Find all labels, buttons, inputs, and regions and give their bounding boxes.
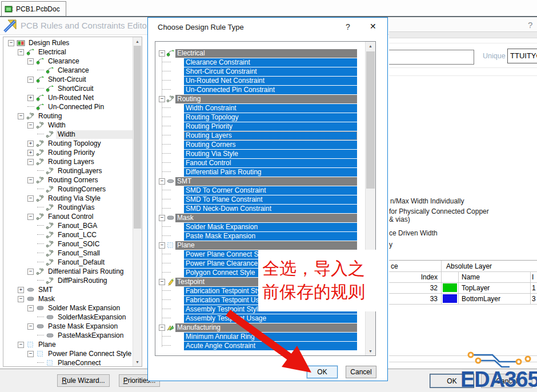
tree-item[interactable]: −Paste Mask Expansion [5, 322, 133, 331]
collapse-toggle[interactable]: − [27, 77, 34, 83]
rule-wizard-button[interactable]: Rule Wizard... [57, 374, 110, 387]
dialog-ok-button[interactable]: OK [307, 366, 338, 378]
rule-category-row[interactable]: −SMT [156, 177, 366, 186]
layer-row[interactable]: 33BottomLayer3 [389, 294, 537, 305]
collapse-toggle[interactable]: − [18, 49, 24, 55]
tree-item[interactable]: −Width [5, 121, 133, 130]
tree-item[interactable]: Fanout_BGA [5, 221, 133, 230]
expand-toggle[interactable]: + [27, 141, 34, 147]
collapse-toggle[interactable]: − [18, 113, 24, 119]
tree-item[interactable]: RoutingLayers [5, 166, 133, 175]
scroll-down-icon[interactable]: ▼ [366, 347, 375, 355]
rule-type-row[interactable]: Differential Pairs Routing [156, 167, 366, 177]
collapse-toggle[interactable]: − [18, 342, 24, 348]
rule-category-row[interactable]: −Routing [156, 94, 366, 103]
tree-item[interactable]: SolderMaskExpansion [5, 313, 133, 322]
tree-item[interactable]: Fanout_Small [5, 249, 133, 258]
tree-item[interactable]: −Routing Layers [5, 157, 133, 166]
tree-item[interactable]: −Fanout Control [5, 212, 133, 221]
rule-type-row[interactable]: Routing Via Style [156, 149, 366, 158]
tree-item[interactable]: −Power Plane Connect Style [5, 349, 133, 358]
rule-type-row[interactable]: Routing Priority [156, 122, 366, 131]
collapse-toggle[interactable]: − [8, 40, 14, 46]
tree-item[interactable]: +Un-Routed Net [5, 93, 133, 102]
tree-item[interactable]: −Differential Pairs Routing [5, 267, 133, 276]
rule-type-row[interactable]: Minimum Annular Ring [156, 332, 366, 341]
rule-type-row[interactable]: Paste Mask Expansion [156, 231, 366, 241]
collapse-toggle[interactable]: − [159, 178, 165, 185]
collapse-toggle[interactable]: − [18, 296, 24, 302]
collapse-toggle[interactable]: − [27, 195, 34, 202]
rule-name-input[interactable] [389, 50, 474, 65]
tree-item[interactable]: −Design Rules [5, 38, 133, 47]
collapse-toggle[interactable]: − [27, 159, 34, 165]
scroll-up-icon[interactable]: ▲ [133, 37, 142, 46]
tree-item[interactable]: −Electrical [5, 47, 133, 57]
rule-type-row[interactable]: Solder Mask Expansion [156, 222, 366, 231]
collapse-toggle[interactable]: − [159, 279, 165, 285]
rule-category-row[interactable]: −Manufacturing [156, 323, 366, 332]
scroll-thumb[interactable] [366, 51, 375, 189]
tree-item[interactable]: RoutingVias [5, 203, 133, 212]
dialog-cancel-button[interactable]: Cancel [346, 366, 376, 378]
rule-category-row[interactable]: −Mask [156, 213, 366, 222]
collapse-toggle[interactable]: − [27, 214, 34, 220]
unique-id-value[interactable]: TTUITYCS [507, 49, 537, 63]
rule-type-row[interactable]: SMD To Corner Constraint [156, 186, 366, 195]
tree-item[interactable]: −Plane [5, 340, 133, 349]
collapse-toggle[interactable]: − [27, 323, 34, 330]
dialog-help-icon[interactable]: ? [346, 22, 350, 31]
tree-item[interactable]: +Routing Priority [5, 148, 133, 157]
tree-item[interactable]: +SMT [5, 285, 133, 294]
expand-toggle[interactable]: + [27, 150, 34, 156]
tree-item[interactable]: −Short-Circuit [5, 75, 133, 84]
close-icon[interactable]: ✕ [370, 22, 376, 31]
rule-type-row[interactable]: SMD To Plane Constraint [156, 195, 366, 204]
tree-item[interactable]: PasteMaskExpansion [5, 331, 133, 340]
tree-item[interactable]: −Clearance [5, 57, 133, 66]
collapse-toggle[interactable]: − [27, 269, 34, 275]
tree-item[interactable]: Fanout_LCC [5, 230, 133, 239]
collapse-toggle[interactable]: − [159, 96, 165, 102]
tree-item[interactable]: −Routing [5, 111, 133, 121]
rule-category-row[interactable]: −Electrical [156, 49, 366, 58]
scroll-up-icon[interactable]: ▲ [366, 42, 375, 50]
scroll-down-icon[interactable]: ▼ [133, 358, 142, 366]
tree-item[interactable]: PlaneConnect [5, 358, 133, 366]
collapse-toggle[interactable]: − [159, 325, 165, 331]
collapse-toggle[interactable]: − [159, 50, 165, 57]
scroll-thumb[interactable] [134, 46, 141, 229]
tree-item[interactable]: −Routing Corners [5, 175, 133, 185]
tree-item[interactable]: RoutingCorners [5, 185, 133, 194]
collapse-toggle[interactable]: − [27, 177, 34, 183]
tree-item[interactable]: −Routing Via Style [5, 194, 133, 203]
rule-type-row[interactable]: Un-Connected Pin Constraint [156, 85, 366, 94]
expand-toggle[interactable]: + [27, 95, 34, 101]
tree-item[interactable]: ShortCircuit [5, 84, 133, 93]
tree-item[interactable]: Clearance [5, 66, 133, 75]
collapse-toggle[interactable]: − [27, 305, 34, 311]
tree-item[interactable]: Width [5, 130, 133, 139]
rule-type-row[interactable]: Fanout Control [156, 158, 366, 167]
rule-type-row[interactable]: Clearance Constraint [156, 58, 366, 67]
tree-item[interactable]: Un-Connected Pin [5, 102, 133, 111]
rule-type-row[interactable]: Routing Topology [156, 113, 366, 122]
rule-type-row[interactable]: Short-Circuit Constraint [156, 67, 366, 76]
tree-item[interactable]: +Routing Topology [5, 139, 133, 148]
rule-type-row[interactable]: Width Constraint [156, 103, 366, 113]
tree-item[interactable]: −Mask [5, 294, 133, 303]
rule-type-row[interactable]: SMD Neck-Down Constraint [156, 204, 366, 213]
help-icon[interactable]: ? [528, 20, 532, 30]
tree-item[interactable]: Fanout_Default [5, 258, 133, 267]
tree-scrollbar[interactable]: ▲ ▼ [133, 37, 142, 366]
rule-type-row[interactable]: Routing Corners [156, 140, 366, 149]
rule-category-row[interactable]: −Plane [156, 241, 366, 250]
tree-item[interactable]: −Solder Mask Expansion [5, 303, 133, 313]
rule-type-row[interactable]: Un-Routed Net Constraint [156, 76, 366, 85]
collapse-toggle[interactable]: − [27, 58, 34, 65]
rule-type-row[interactable]: Acute Angle Constraint [156, 341, 366, 350]
tree-item[interactable]: DiffPairsRouting [5, 276, 133, 285]
layer-row[interactable]: 32TopLayer1 [389, 283, 537, 294]
tree-item[interactable]: Fanout_SOIC [5, 239, 133, 249]
expand-toggle[interactable]: + [18, 287, 24, 293]
